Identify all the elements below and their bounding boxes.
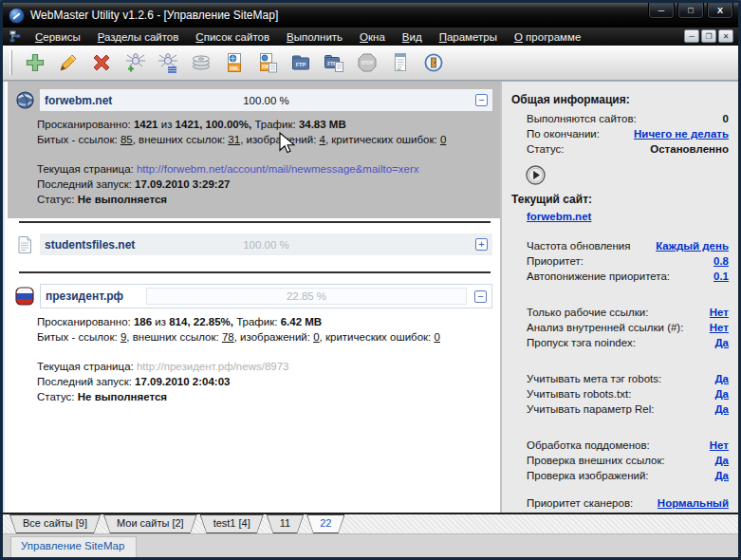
site-list: forwebm.net 100.00 % − Просканированно: … <box>3 82 500 513</box>
menu-about[interactable]: О программе <box>506 29 589 45</box>
status-line: Статус: Не выполняется <box>37 389 494 404</box>
external-links-count[interactable]: 31 <box>228 134 240 145</box>
on-finish-link[interactable]: Ничего не делать <box>634 126 729 141</box>
status-row: Статус: Остановленно <box>511 141 729 157</box>
critical-errors-count[interactable]: 0 <box>440 134 446 145</box>
scan-stats-line: Просканированно: 1421 из 1421, 100.00%, … <box>37 117 494 132</box>
maximize-button[interactable]: □ <box>677 3 704 19</box>
stop-button[interactable]: STOP <box>350 48 383 78</box>
progress-bar: 22.85 % <box>146 288 467 305</box>
menu-options[interactable]: Параметры <box>431 29 506 45</box>
tab-all-sites[interactable]: Все сайты [9] <box>9 514 101 533</box>
stop-sign-icon: STOP <box>356 51 379 74</box>
site-entry-forwebm: forwebm.net 100.00 % − Просканированно: … <box>8 82 500 218</box>
site-progress-percent: 22.85 % <box>287 290 326 302</box>
priority-autodrop-link[interactable]: 0.1 <box>713 269 729 284</box>
status-bar: Управление SiteMap <box>3 533 738 557</box>
settings-group-robots: Учитывать мета тэг robots:Да Учитывать r… <box>511 371 729 417</box>
tab-22[interactable]: 22 <box>306 514 344 533</box>
tab-11[interactable]: 11 <box>267 514 304 533</box>
menu-site-list[interactable]: Список сайтов <box>187 29 278 45</box>
play-button[interactable] <box>525 164 546 186</box>
info-panel: Общая информация: Выполняются сайтов: 0 … <box>500 82 738 513</box>
minimize-button[interactable]: ─ <box>648 3 675 19</box>
menu-run[interactable]: Выполнить <box>278 29 351 45</box>
update-frequency-link[interactable]: Каждый день <box>656 238 729 253</box>
status-value: Остановленно <box>650 141 729 157</box>
site-header-studentsfiles[interactable]: studentsfiles.net 100.00 % + <box>14 233 492 255</box>
edit-site-button[interactable] <box>51 48 84 78</box>
site-header-strip[interactable]: президент.рф 22.85 % − <box>40 284 492 308</box>
sitemap-xml-button[interactable]: XML <box>217 48 250 78</box>
delete-site-button[interactable] <box>84 48 118 78</box>
window-controls: ─ □ X <box>648 3 733 19</box>
menu-services[interactable]: Сервисы <box>27 29 89 45</box>
setting-row: Проверка изображений:Да <box>511 468 729 483</box>
ftp-button[interactable]: FTP <box>284 48 317 78</box>
current-page-link[interactable]: http://forwebm.net/account/mail/newmessa… <box>137 163 419 175</box>
sitemap-window-icon <box>9 30 23 43</box>
current-page-line: Текущая страница: http://forwebm.net/acc… <box>37 161 494 177</box>
collapse-button[interactable]: − <box>474 290 487 303</box>
tab-test1[interactable]: test1 [4] <box>200 514 264 533</box>
external-links-check-link[interactable]: Да <box>714 453 729 468</box>
links-stats-line: Битых - ссылок: 9, внешних ссылок: 78, и… <box>37 329 494 345</box>
images-check-link[interactable]: Да <box>714 468 729 483</box>
rel-param-link[interactable]: Да <box>714 401 729 417</box>
current-site-link[interactable]: forwebm.net <box>527 211 591 222</box>
menu-bar: Сервисы Разделы сайтов Список сайтов Вып… <box>3 28 738 46</box>
sitemap-window-task-button[interactable]: Управление SiteMap <box>10 536 137 557</box>
scanner-list-button[interactable] <box>151 48 184 78</box>
robots-txt-link[interactable]: Да <box>714 386 729 401</box>
russian-flag-icon <box>14 286 35 307</box>
external-links-count[interactable]: 78 <box>222 331 234 343</box>
xml-globe-icon: XML <box>223 51 246 74</box>
setting-row: Приоритет сканеров:Нормальный <box>511 495 729 511</box>
menu-windows[interactable]: Окна <box>351 29 394 45</box>
tab-my-sites[interactable]: Мои сайты [2] <box>103 514 197 533</box>
close-button[interactable]: X <box>707 3 733 19</box>
scanner-add-button[interactable] <box>118 48 151 78</box>
site-name: президент.рф <box>46 289 139 303</box>
menu-view[interactable]: Вид <box>394 29 431 45</box>
priority-link[interactable]: 0.8 <box>713 253 729 269</box>
report-button[interactable] <box>383 48 417 78</box>
mdi-window-controls: ─ ❐ ✕ <box>684 29 733 43</box>
mdi-minimize-button[interactable]: ─ <box>684 29 699 43</box>
exit-door-icon <box>422 51 445 74</box>
collapse-button[interactable]: − <box>475 94 488 106</box>
mdi-restore-button[interactable]: ❐ <box>701 29 716 43</box>
subdomains-link[interactable]: Нет <box>710 438 729 453</box>
ftp-upload-button[interactable]: FTP <box>317 48 350 78</box>
database-button[interactable] <box>184 48 217 78</box>
expand-button[interactable]: + <box>475 238 488 251</box>
critical-errors-count[interactable]: 0 <box>434 331 439 343</box>
noindex-skip-link[interactable]: Да <box>714 335 729 350</box>
disk-stack-icon <box>190 51 213 74</box>
setting-row: Автопонижение приоритета:0.1 <box>511 269 729 284</box>
setting-row: Анализ внутренней ссылки (#):Нет <box>511 320 729 335</box>
title-bar: WebMaster Utility v1.2.6 - [Управление S… <box>3 3 738 28</box>
mdi-close-button[interactable]: ✕ <box>718 29 733 43</box>
menu-site-sections[interactable]: Разделы сайтов <box>89 29 188 45</box>
sitemap-xml-save-button[interactable]: XML <box>250 48 284 78</box>
current-page-link: http://президент.рф/news/8973 <box>137 361 289 372</box>
on-finish-row: По окончании: Ничего не делать <box>511 126 729 141</box>
exit-button[interactable] <box>417 48 450 78</box>
site-header-strip[interactable]: forwebm.net 100.00 % − <box>40 89 492 111</box>
current-page-line: Текущая страница: http://президент.рф/ne… <box>37 359 494 374</box>
separator <box>19 271 491 273</box>
working-links-only-link[interactable]: Нет <box>710 305 729 320</box>
spider-add-icon <box>123 51 146 74</box>
site-header-prezident[interactable]: президент.рф 22.85 % − <box>14 284 492 308</box>
window-title: WebMaster Utility v1.2.6 - [Управление S… <box>30 9 278 22</box>
add-site-button[interactable] <box>18 48 51 78</box>
site-header-forwebm[interactable]: forwebm.net 100.00 % − <box>14 89 492 111</box>
meta-robots-link[interactable]: Да <box>714 371 729 386</box>
broken-links-count[interactable]: 85 <box>120 134 133 145</box>
site-header-strip[interactable]: studentsfiles.net 100.00 % + <box>40 233 492 255</box>
toolbar-grip[interactable] <box>9 50 12 75</box>
scanner-priority-link[interactable]: Нормальный <box>658 495 729 511</box>
anchor-analysis-link[interactable]: Нет <box>710 320 729 335</box>
site-stats: Просканированно: 1421 из 1421, 100.00%, … <box>37 117 494 207</box>
